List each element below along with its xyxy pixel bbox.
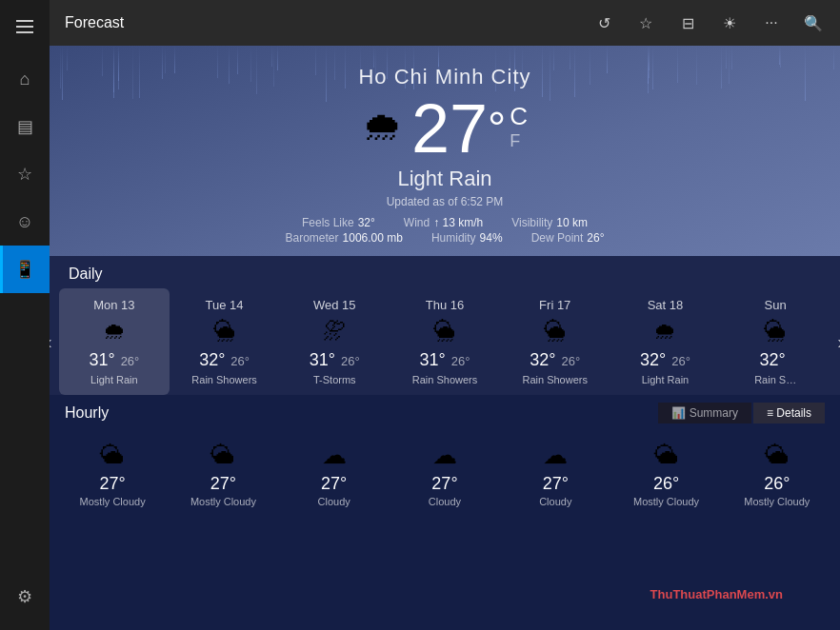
- humidity-value: 94%: [480, 231, 503, 245]
- daily-section: Daily ‹ Mon 13 🌧 31° 26° Light Rain Tue …: [50, 256, 840, 395]
- app-title: Forecast: [65, 14, 592, 31]
- daily-high-temp: 31°: [89, 350, 114, 370]
- favorite-button[interactable]: ☆: [634, 11, 657, 34]
- daily-condition-label: Rain Showers: [412, 374, 477, 385]
- sidebar-item-settings[interactable]: ⚙: [0, 573, 50, 620]
- hourly-condition-label: Mostly Cloudy: [80, 496, 146, 507]
- daily-prev-button[interactable]: ‹: [50, 331, 52, 353]
- daily-day-label: Thu 16: [426, 298, 464, 312]
- temperature-value: 27: [411, 94, 488, 163]
- hourly-temp-value: 26°: [653, 474, 679, 494]
- daily-item[interactable]: Fri 17 🌦 32° 26° Rain Showers: [500, 288, 610, 395]
- barometer-label: Barometer: [286, 231, 339, 245]
- titlebar: Forecast ↺ ☆ ⊟ ☀ ··· 🔍: [50, 0, 840, 46]
- daily-high-temp: 32°: [530, 350, 555, 370]
- updated-text: Updated as of 6:52 PM: [387, 195, 504, 208]
- daily-condition-label: T-Storms: [313, 374, 356, 385]
- sidebar-item-home[interactable]: ⌂: [0, 55, 50, 103]
- weather-condition: Light Rain: [397, 167, 491, 191]
- hourly-item[interactable]: ☁ 27° Cloudy: [279, 435, 390, 513]
- daily-day-label: Tue 14: [206, 298, 244, 312]
- daily-item[interactable]: Tue 14 🌦 32° 26° Rain Showers: [170, 288, 280, 395]
- hamburger-button[interactable]: [6, 8, 44, 46]
- daily-weather-icon: 🌦: [764, 318, 787, 345]
- daily-item[interactable]: Thu 16 🌦 31° 26° Rain Showers: [390, 288, 500, 395]
- details-tab[interactable]: ≡ Details: [753, 403, 825, 423]
- celsius-button[interactable]: C: [510, 102, 528, 131]
- sidebar-item-phone[interactable]: 📱: [0, 246, 50, 293]
- weather-details-row2: Barometer 1006.00 mb Humidity 94% Dew Po…: [286, 231, 605, 256]
- hamburger-line: [16, 31, 33, 33]
- sidebar-item-favorites[interactable]: ☆: [0, 150, 50, 198]
- refresh-button[interactable]: ↺: [592, 11, 615, 34]
- hourly-title: Hourly: [65, 404, 109, 422]
- hourly-weather-icon: ☁: [432, 441, 457, 470]
- more-button[interactable]: ···: [760, 11, 783, 34]
- hourly-item[interactable]: 🌥 27° Mostly Cloudy: [57, 435, 168, 513]
- hourly-item[interactable]: 🌥 26° Mostly Cloudy: [722, 435, 832, 513]
- smiley-icon: ☺: [16, 212, 33, 232]
- hourly-item[interactable]: 🌥 27° Mostly Cloudy: [168, 435, 278, 513]
- dew-point-label: Dew Point: [531, 231, 584, 245]
- hourly-header: Hourly 📊 Summary ≡ Details: [50, 395, 840, 427]
- daily-temps: 32° 26°: [640, 350, 690, 370]
- daily-high-temp: 31°: [310, 350, 335, 370]
- hourly-weather-icon: 🌥: [210, 441, 235, 470]
- daily-item[interactable]: Sat 18 🌧 32° 26° Light Rain: [610, 288, 721, 395]
- daily-condition-label: Light Rain: [90, 374, 138, 385]
- daily-low-temp: 26°: [230, 354, 250, 368]
- daily-temps: 32°: [760, 350, 791, 370]
- hourly-item[interactable]: ☁ 27° Cloudy: [500, 435, 610, 513]
- hourly-item[interactable]: 🌥 26° Mostly Cloudy: [610, 435, 721, 513]
- hourly-weather-icon: ☁: [543, 441, 568, 470]
- daily-weather-icon: 🌧: [653, 318, 676, 345]
- summary-tab[interactable]: 📊 Summary: [658, 403, 751, 423]
- daily-high-temp: 31°: [420, 350, 446, 370]
- wind-detail: Wind ↑ 13 km/h: [404, 216, 483, 229]
- home-icon: ⌂: [20, 69, 30, 89]
- hourly-condition-label: Cloudy: [318, 496, 350, 507]
- daily-low-temp: 26°: [562, 354, 581, 368]
- daily-weather-icon: 🌦: [213, 318, 236, 345]
- feels-like-value: 32°: [358, 216, 375, 229]
- hourly-weather-icon: 🌥: [765, 441, 790, 470]
- chart-icon: ▤: [17, 116, 33, 137]
- sidebar-item-chart[interactable]: ▤: [0, 103, 50, 150]
- daily-item[interactable]: Wed 15 ⛈ 31° 26° T-Storms: [279, 288, 390, 395]
- daily-day-label: Sun: [765, 298, 787, 312]
- daily-day-label: Fri 17: [539, 298, 570, 312]
- hourly-condition-label: Cloudy: [429, 496, 461, 507]
- daily-item[interactable]: Mon 13 🌧 31° 26° Light Rain: [59, 288, 170, 395]
- city-name: Ho Chi Minh City: [358, 65, 530, 89]
- sidebar-item-smiley[interactable]: ☺: [0, 198, 50, 246]
- daily-day-label: Wed 15: [313, 298, 356, 312]
- barometer-detail: Barometer 1006.00 mb: [286, 231, 403, 245]
- daily-weather-icon: 🌧: [103, 318, 126, 345]
- dew-point-detail: Dew Point 26°: [531, 231, 605, 245]
- hourly-temp-value: 27°: [210, 474, 236, 494]
- search-button[interactable]: 🔍: [802, 11, 825, 34]
- main-content: Forecast ↺ ☆ ⊟ ☀ ··· 🔍 Ho Chi Minh City …: [50, 0, 840, 630]
- daily-high-temp: 32°: [199, 350, 225, 370]
- hourly-item[interactable]: ☁ 27° Cloudy: [390, 435, 500, 513]
- hourly-weather-icon: 🌥: [100, 441, 125, 470]
- feels-like-label: Feels Like: [302, 216, 354, 229]
- visibility-value: 10 km: [556, 216, 588, 229]
- display-button[interactable]: ☀: [718, 11, 741, 34]
- fahrenheit-button[interactable]: F: [510, 131, 528, 151]
- daily-weather-icon: ⛈: [323, 318, 346, 345]
- hourly-weather-icon: ☁: [322, 441, 347, 470]
- dew-point-value: 26°: [587, 231, 604, 245]
- wind-label: Wind: [404, 216, 430, 229]
- humidity-label: Humidity: [431, 231, 476, 245]
- daily-high-temp: 32°: [760, 350, 786, 370]
- humidity-detail: Humidity 94%: [431, 231, 503, 245]
- hourly-weather-icon: 🌥: [654, 441, 679, 470]
- daily-condition-label: Rain S…: [754, 374, 796, 385]
- hourly-items: 🌥 27° Mostly Cloudy 🌥 27° Mostly Cloudy …: [50, 427, 840, 522]
- daily-title: Daily: [50, 256, 840, 288]
- daily-item[interactable]: Sun 🌦 32° Rain S…: [720, 288, 830, 395]
- pin-button[interactable]: ⊟: [676, 11, 699, 34]
- daily-items: Mon 13 🌧 31° 26° Light Rain Tue 14 🌦 32°…: [59, 288, 830, 395]
- daily-temps: 32° 26°: [199, 350, 250, 370]
